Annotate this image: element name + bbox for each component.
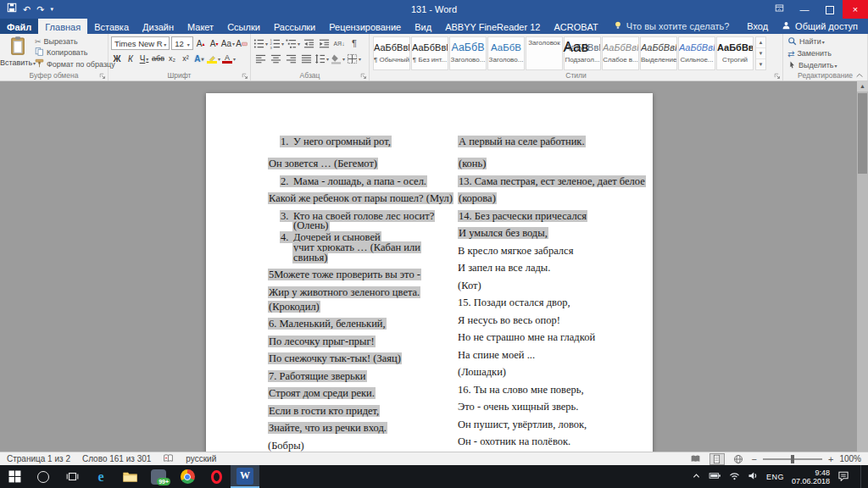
scroll-up-arrow-icon[interactable]: ▲ [857, 81, 868, 92]
search-button[interactable] [29, 465, 58, 488]
clear-formatting-button[interactable]: А [236, 37, 248, 50]
messenger-button[interactable]: 99+ [144, 465, 173, 488]
ribbon-display-options-button[interactable] [766, 0, 792, 19]
grow-font-button[interactable]: А [195, 37, 207, 50]
bold-button[interactable]: Ж [111, 53, 123, 65]
zoom-out-button[interactable]: − [752, 454, 757, 464]
font-color-button[interactable]: А [222, 53, 236, 65]
strikethrough-button[interactable]: абв [152, 53, 164, 65]
justify-icon [301, 53, 312, 64]
zoom-slider[interactable] [763, 458, 822, 460]
zoom-in-button[interactable]: + [828, 454, 833, 464]
bullets-button[interactable] [253, 36, 268, 50]
word-count[interactable]: Слово 161 из 301 [82, 454, 151, 463]
document-area[interactable]: 1.У него огромный рот,Он зовется … (Беге… [0, 81, 868, 452]
tab-ссылки[interactable]: Ссылки [220, 19, 267, 34]
opera-button[interactable] [202, 465, 231, 488]
styles-more-button[interactable]: ▼ [756, 59, 765, 69]
sort-button[interactable]: АЯ↓ [332, 36, 346, 50]
tab-дизайн[interactable]: Дизайн [136, 19, 181, 34]
maximize-button[interactable] [817, 0, 843, 19]
task-view-button[interactable] [58, 465, 86, 488]
collapse-ribbon-button[interactable] [855, 72, 864, 79]
align-center-button[interactable] [269, 52, 282, 65]
word-window: ↶ ↷ ▾ 131 - Word — × ФайлГлавнаяВставкаД… [0, 0, 868, 488]
format-painter-button[interactable]: Формат по образцу [35, 58, 115, 70]
underline-button[interactable]: Ч [138, 53, 150, 65]
redo-button[interactable]: ↷ [36, 0, 44, 19]
change-case-button[interactable]: Аа [222, 37, 234, 50]
edge-browser-button[interactable]: e [86, 465, 115, 488]
style-name: Заголово... [488, 56, 524, 64]
align-left-button[interactable] [253, 52, 267, 65]
qat-customize-button[interactable]: ▾ [50, 0, 53, 19]
word-taskbar-button[interactable]: W [231, 465, 259, 488]
tell-me-box[interactable]: Что вы хотите сделать? [614, 19, 730, 34]
font-name-select[interactable]: Times New R [111, 36, 170, 50]
share-button[interactable]: Общий доступ [782, 20, 858, 32]
style-item[interactable]: АавЗаголовок [526, 36, 563, 70]
decrease-indent-button[interactable] [302, 36, 315, 50]
page[interactable]: 1.У него огромный рот,Он зовется … (Беге… [206, 93, 653, 452]
text-effects-button[interactable]: А [193, 53, 205, 65]
font-size-select[interactable]: 12 [171, 36, 192, 50]
vertical-scrollbar[interactable]: ▲ [857, 81, 868, 452]
find-button[interactable]: Найти [787, 36, 865, 47]
action-center-button[interactable] [837, 470, 849, 483]
volume-icon[interactable] [748, 471, 759, 482]
copy-button[interactable]: Копировать [35, 47, 115, 58]
tab-вставка[interactable]: Вставка [87, 19, 136, 34]
tab-макет[interactable]: Макет [181, 19, 220, 34]
chrome-button[interactable] [173, 465, 202, 488]
clock[interactable]: 9:48 07.06.2018 [792, 469, 830, 485]
scrollbar-thumb[interactable] [858, 93, 867, 174]
undo-button[interactable]: ↶ [23, 0, 31, 19]
read-mode-button[interactable] [688, 453, 704, 465]
account-area: Вход Общий доступ [747, 19, 868, 34]
web-layout-button[interactable] [731, 453, 746, 465]
line-spacing-button[interactable] [314, 52, 329, 65]
file-explorer-button[interactable] [115, 465, 144, 488]
tab-главная[interactable]: Главная [38, 19, 87, 34]
keyboard-language[interactable]: ENG [766, 473, 784, 481]
text-highlight-button[interactable] [207, 53, 220, 65]
tab-рассылки[interactable]: Рассылки [267, 19, 322, 34]
save-button[interactable] [7, 0, 17, 19]
show-marks-button[interactable]: ¶ [348, 36, 361, 50]
proofing-errors-icon[interactable] [163, 453, 174, 465]
tray-expand-button[interactable] [692, 472, 701, 481]
justify-button[interactable] [299, 52, 313, 65]
minimize-button[interactable]: — [792, 0, 817, 19]
superscript-button[interactable]: х² [180, 53, 192, 65]
subscript-button[interactable]: х₂ [166, 53, 178, 65]
start-button[interactable] [0, 465, 29, 488]
network-icon[interactable] [729, 471, 740, 482]
tab-вид[interactable]: Вид [408, 19, 438, 34]
multilevel-list-button[interactable] [286, 36, 300, 50]
sign-in-button[interactable]: Вход [747, 21, 768, 31]
battery-icon[interactable] [709, 471, 721, 482]
italic-button[interactable]: К [125, 53, 136, 65]
tab-abbyy-finereader-12[interactable]: ABBYY FineReader 12 [438, 19, 547, 34]
zoom-slider-thumb[interactable] [791, 455, 794, 463]
print-layout-button[interactable] [709, 453, 725, 465]
increase-indent-button[interactable] [317, 36, 331, 50]
zoom-level[interactable]: 100% [839, 454, 861, 463]
numbering-button[interactable]: 123 [270, 36, 284, 50]
shrink-font-button[interactable]: А [209, 37, 220, 50]
page-indicator[interactable]: Страница 1 из 2 [7, 454, 70, 463]
tab-рецензирование[interactable]: Рецензирование [322, 19, 408, 34]
show-desktop-button[interactable] [860, 465, 865, 488]
tab-файл[interactable]: Файл [0, 19, 38, 34]
language-indicator[interactable]: русский [186, 454, 216, 463]
close-button[interactable]: × [843, 0, 868, 19]
select-button[interactable]: Выделить [787, 59, 865, 71]
borders-button[interactable] [347, 52, 361, 65]
shading-button[interactable] [331, 52, 345, 65]
replace-button[interactable]: ⇄Заменить [787, 47, 865, 59]
paste-button[interactable]: Вставить [3, 36, 33, 70]
format-painter-icon [35, 58, 44, 70]
cut-button[interactable]: ✂Вырезать [35, 36, 115, 47]
align-right-button[interactable] [284, 52, 298, 65]
tab-acrobat[interactable]: ACROBAT [547, 19, 604, 34]
